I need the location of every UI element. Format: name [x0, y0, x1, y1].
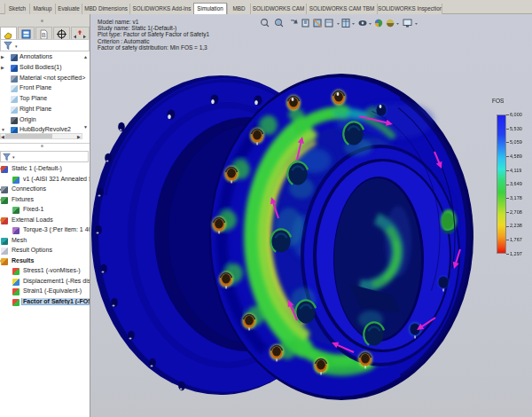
- svg-text:B: B: [42, 32, 46, 38]
